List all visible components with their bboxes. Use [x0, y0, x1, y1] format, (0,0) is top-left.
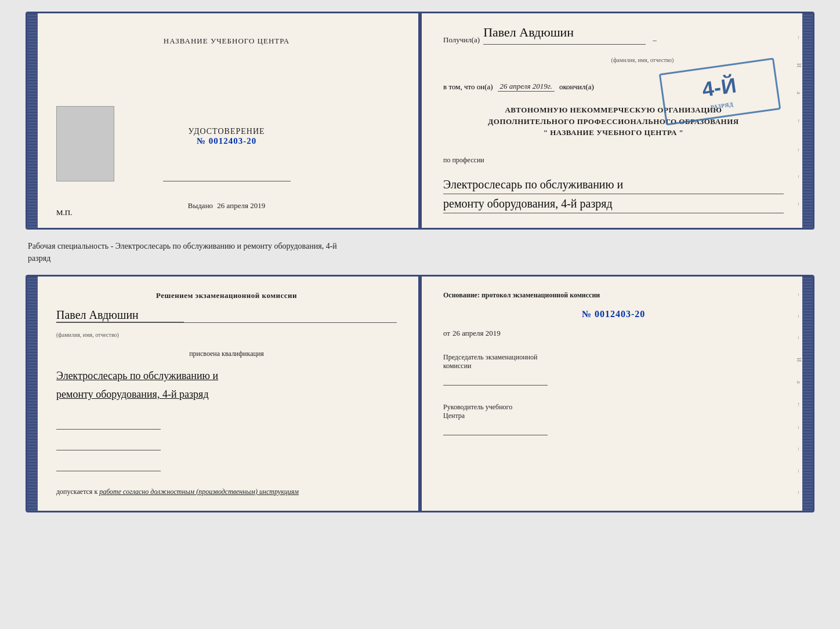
poluchil-label: Получил(а) [443, 35, 480, 45]
top-right-page: 4-й разряд Получил(а) Павел Авдюшин – (ф… [420, 13, 813, 228]
bottom-name: Павел Авдюшин [56, 308, 184, 322]
rukov-line2: Центра [443, 412, 784, 420]
dopusk-label: допускается к [56, 488, 97, 496]
rukov-line1: Руководитель учебного [443, 403, 784, 412]
poluchil-name: Павел Авдюшин [483, 25, 574, 40]
vtom-date: 26 апреля 2019г. [498, 82, 555, 92]
rukov-sig [443, 425, 548, 435]
bottom-right-page: Основание: протокол экзаменационной коми… [420, 277, 813, 511]
dopusk-block: допускается к работе согласно должностны… [56, 488, 397, 496]
profession-line1: Электрослесарь по обслуживанию и [443, 175, 784, 194]
qual-line1: Электрослесарь по обслуживанию и [56, 366, 397, 385]
vtom-label: в том, что он(а) [443, 82, 493, 92]
photo-placeholder [56, 106, 114, 181]
chairman-sig [443, 375, 548, 386]
top-certificate-book: НАЗВАНИЕ УЧЕБНОГО ЦЕНТРА УДОСТОВЕРЕНИЕ №… [26, 12, 814, 230]
fio-subtext: (фамилия, имя, отчество) [611, 57, 674, 63]
vydano-line: Выдано 26 апреля 2019 [188, 201, 265, 210]
cert-label: УДОСТОВЕРЕНИЕ [188, 127, 265, 136]
protocol-number: № 0012403-20 [443, 309, 784, 319]
org-line3: " НАЗВАНИЕ УЧЕБНОГО ЦЕНТРА " [443, 127, 784, 139]
sig-line-2 [56, 440, 161, 450]
profession-line2: ремонту оборудования, 4-й разряд [443, 194, 784, 213]
right-deco: – И а ← – – – [795, 13, 802, 228]
stamp-big-text: 4-й [700, 71, 738, 104]
chairman-line1: Председатель экзаменационной [443, 353, 784, 362]
chairman-block: Председатель экзаменационной комиссии [443, 353, 784, 388]
spine-left-bottom [27, 277, 38, 511]
poluchil-row: Получил(а) Павел Авдюшин – [443, 28, 784, 45]
ot-date: 26 апреля 2019 [452, 329, 501, 338]
vydano-date: 26 апреля 2019 [217, 201, 265, 210]
ot-date-row: от 26 апреля 2019 [443, 329, 784, 338]
decision-title: Решением экзаменационной комиссии [56, 291, 397, 300]
bottom-right-deco: – – – И а ← – – – – [795, 277, 802, 511]
po-professii-label: по профессии [443, 156, 784, 165]
spine-right [802, 13, 813, 228]
separator-text: Рабочая специальность - Электрослесарь п… [26, 240, 814, 264]
bottom-left-page: Решением экзаменационной комиссии Павел … [27, 277, 420, 511]
okonchil-label: окончил(а) [559, 82, 594, 92]
sig-line-3 [56, 461, 161, 471]
vydano-label: Выдано [188, 201, 213, 210]
mp-label: М.П. [56, 208, 72, 217]
bottom-certificate-book: Решением экзаменационной комиссии Павел … [26, 275, 814, 512]
sep-line1: Рабочая специальность - Электрослесарь п… [28, 240, 812, 252]
ot-label: от [443, 329, 450, 338]
sep-line2: разряд [28, 252, 812, 264]
chairman-line2: комиссии [443, 362, 784, 370]
school-name-title: НАЗВАНИЕ УЧЕБНОГО ЦЕНТРА [164, 37, 289, 46]
top-left-page: НАЗВАНИЕ УЧЕБНОГО ЦЕНТРА УДОСТОВЕРЕНИЕ №… [27, 13, 420, 228]
osnov-text: Основание: протокол экзаменационной коми… [443, 291, 784, 300]
sig-line-1 [56, 419, 161, 430]
cert-number: № 0012403-20 [188, 136, 265, 146]
prisvoena-label: присвоена квалификация [56, 350, 397, 358]
rukov-block: Руководитель учебного Центра [443, 403, 784, 438]
spine-right-bottom [802, 277, 813, 511]
dopusk-value: работе согласно должностным (производств… [99, 488, 299, 496]
org-line2: ДОПОЛНИТЕЛЬНОГО ПРОФЕССИОНАЛЬНОГО ОБРАЗО… [443, 116, 784, 128]
cert-block: УДОСТОВЕРЕНИЕ № 0012403-20 [188, 127, 265, 146]
bottom-fio-subtext: (фамилия, имя, отчество) [56, 332, 119, 338]
qual-line2: ремонту оборудования, 4-й разряд [56, 385, 397, 403]
